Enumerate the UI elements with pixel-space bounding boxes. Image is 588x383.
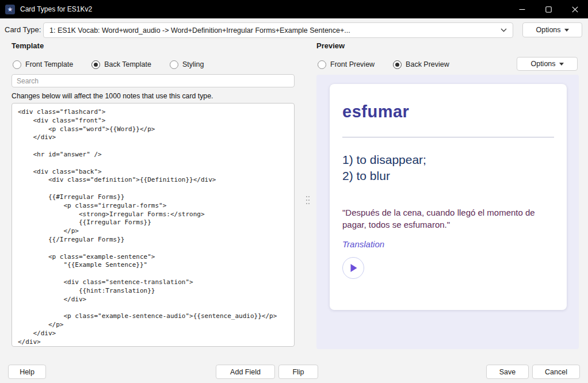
- radio-circle: [91, 60, 100, 69]
- flashcard-preview: esfumar 1) to disappear; 2) to blur "Des…: [330, 84, 567, 310]
- radio-circle: [393, 60, 402, 69]
- translation-hint-link[interactable]: Translation: [342, 239, 384, 249]
- template-radio-group: Front Template Back Template Styling: [13, 59, 204, 70]
- preview-radio-group: Front Preview Back Preview: [318, 59, 449, 70]
- card-definition: 1) to disappear; 2) to blur: [342, 152, 554, 184]
- app-icon: ★: [5, 5, 15, 14]
- answer-divider: [342, 137, 554, 137]
- panel-splitter-handle[interactable]: [305, 194, 311, 209]
- close-button[interactable]: [562, 0, 588, 18]
- window-controls: [509, 0, 588, 18]
- radio-front-template[interactable]: Front Template: [13, 60, 73, 69]
- options-label: Options: [536, 26, 560, 34]
- maximize-icon: [545, 6, 552, 13]
- card-type-label: Card Type:: [5, 22, 41, 38]
- preview-options-button[interactable]: Options: [517, 57, 578, 71]
- chevron-down-icon: [501, 28, 507, 32]
- play-icon: [349, 263, 358, 273]
- card-type-value: 1: ES1K Vocab: Word+word_audio -> Word+D…: [49, 26, 501, 35]
- save-button[interactable]: Save: [486, 365, 529, 379]
- add-field-button[interactable]: Add Field: [216, 365, 275, 379]
- radio-circle: [170, 60, 178, 69]
- radio-front-preview[interactable]: Front Preview: [318, 60, 375, 69]
- radio-back-template[interactable]: Back Template: [91, 60, 151, 69]
- radio-circle: [13, 60, 21, 69]
- notes-affected-notice: Changes below will affect the 1000 notes…: [12, 92, 213, 100]
- dropdown-arrow-icon: [559, 63, 564, 66]
- minimize-icon: [519, 6, 525, 13]
- card-type-options-button[interactable]: Options: [522, 22, 582, 37]
- audio-play-button[interactable]: [342, 257, 364, 279]
- radio-circle: [318, 60, 326, 69]
- minimize-button[interactable]: [509, 0, 535, 18]
- window-title: Card Types for ES1Kv2: [20, 5, 509, 13]
- maximize-button[interactable]: [535, 0, 562, 18]
- radio-styling[interactable]: Styling: [170, 60, 204, 69]
- help-button[interactable]: Help: [8, 365, 46, 379]
- options-label: Options: [530, 60, 555, 68]
- close-icon: [572, 6, 578, 13]
- preview-pane: esfumar 1) to disappear; 2) to blur "Des…: [316, 75, 579, 349]
- dropdown-arrow-icon: [564, 29, 569, 32]
- card-word: esfumar: [342, 102, 554, 121]
- titlebar: ★ Card Types for ES1Kv2: [0, 0, 588, 18]
- template-code-editor[interactable]: <div class="flashcard"> <div class="fron…: [12, 103, 295, 347]
- template-code: <div class="flashcard"> <div class="fron…: [12, 104, 294, 347]
- card-type-dropdown[interactable]: 1: ES1K Vocab: Word+word_audio -> Word+D…: [43, 22, 513, 38]
- cancel-button[interactable]: Cancel: [532, 365, 580, 379]
- radio-back-preview[interactable]: Back Preview: [393, 60, 449, 69]
- card-example-sentence: "Después de la cena, cuando llegó el mom…: [342, 206, 554, 231]
- preview-header: Preview: [316, 41, 345, 50]
- search-input[interactable]: [12, 74, 295, 87]
- template-header: Template: [12, 41, 44, 50]
- flip-button[interactable]: Flip: [278, 365, 318, 379]
